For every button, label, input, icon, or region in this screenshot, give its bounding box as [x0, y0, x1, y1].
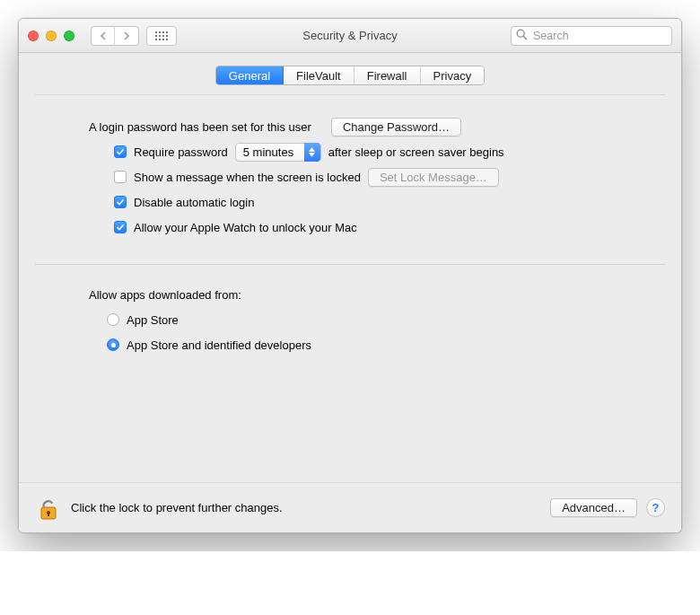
require-password-label-pre: Require password — [134, 145, 228, 159]
require-password-delay-select[interactable]: 5 minutes — [235, 143, 321, 162]
help-button[interactable]: ? — [646, 498, 665, 517]
tab-filevault[interactable]: FileVault — [284, 66, 354, 84]
tab-privacy[interactable]: Privacy — [421, 66, 485, 84]
content-panel: A login password has been set for this u… — [35, 94, 665, 471]
checkmark-icon — [116, 198, 125, 206]
svg-rect-16 — [48, 513, 49, 516]
lock-icon[interactable] — [35, 495, 62, 522]
checkmark-icon — [116, 147, 125, 156]
search-input[interactable] — [511, 26, 672, 46]
allow-apps-heading: Allow apps downloaded from: — [89, 288, 241, 302]
svg-rect-4 — [155, 35, 157, 37]
tab-general[interactable]: General — [216, 66, 284, 84]
radio-identified-label: App Store and identified developers — [127, 338, 311, 352]
disable-auto-login-label: Disable automatic login — [134, 196, 254, 209]
disable-auto-login-checkbox[interactable] — [114, 196, 127, 208]
forward-button[interactable] — [115, 27, 138, 45]
svg-rect-2 — [162, 31, 164, 33]
preferences-window: Security & Privacy General FileVault Fir… — [18, 18, 682, 533]
search-icon — [516, 29, 528, 43]
radio-app-store[interactable] — [107, 313, 119, 326]
footer: Click the lock to prevent further change… — [19, 482, 681, 532]
tab-bar: General FileVault Firewall Privacy — [215, 66, 485, 85]
change-password-button[interactable]: Change Password… — [331, 118, 461, 136]
svg-rect-3 — [166, 31, 168, 33]
lock-help-text: Click the lock to prevent further change… — [71, 501, 283, 514]
tab-firewall[interactable]: Firewall — [354, 66, 421, 84]
traffic-lights — [28, 31, 74, 41]
chevron-left-icon — [100, 31, 107, 40]
svg-rect-5 — [159, 35, 161, 37]
minimize-button[interactable] — [46, 31, 57, 41]
grid-icon — [155, 31, 168, 40]
svg-rect-8 — [155, 39, 157, 40]
advanced-button[interactable]: Advanced… — [550, 498, 637, 517]
show-message-checkbox[interactable] — [114, 171, 127, 183]
require-password-delay-value: 5 minutes — [243, 145, 293, 159]
apple-watch-label: Allow your Apple Watch to unlock your Ma… — [134, 221, 357, 234]
back-button[interactable] — [92, 27, 115, 45]
require-password-checkbox[interactable] — [114, 145, 127, 158]
svg-rect-7 — [166, 35, 168, 37]
svg-rect-11 — [166, 39, 168, 40]
require-password-label-post: after sleep or screen saver begins — [328, 145, 504, 159]
radio-identified-developers[interactable] — [107, 338, 119, 351]
login-password-text: A login password has been set for this u… — [89, 120, 311, 134]
close-button[interactable] — [28, 31, 39, 41]
select-stepper-icon — [304, 143, 320, 162]
radio-app-store-label: App Store — [127, 313, 179, 327]
svg-point-12 — [517, 30, 524, 37]
svg-rect-9 — [159, 39, 161, 40]
nav-back-forward — [91, 26, 139, 46]
zoom-button[interactable] — [64, 31, 74, 41]
svg-rect-1 — [159, 31, 161, 33]
checkmark-icon — [116, 223, 125, 232]
login-password-section: A login password has been set for this u… — [53, 95, 647, 264]
titlebar: Security & Privacy — [19, 19, 681, 53]
svg-rect-6 — [162, 35, 164, 37]
set-lock-message-button: Set Lock Message… — [368, 168, 499, 187]
svg-line-13 — [523, 36, 527, 40]
apple-watch-checkbox[interactable] — [114, 221, 127, 233]
svg-rect-10 — [162, 39, 164, 40]
show-all-button[interactable] — [146, 26, 177, 46]
svg-rect-0 — [155, 31, 157, 33]
search-field-wrap — [511, 26, 672, 46]
gatekeeper-section: Allow apps downloaded from: App Store Ap… — [53, 265, 647, 382]
tabs-row: General FileVault Firewall Privacy — [19, 53, 681, 94]
show-message-label: Show a message when the screen is locked — [134, 171, 361, 184]
chevron-right-icon — [123, 31, 130, 40]
